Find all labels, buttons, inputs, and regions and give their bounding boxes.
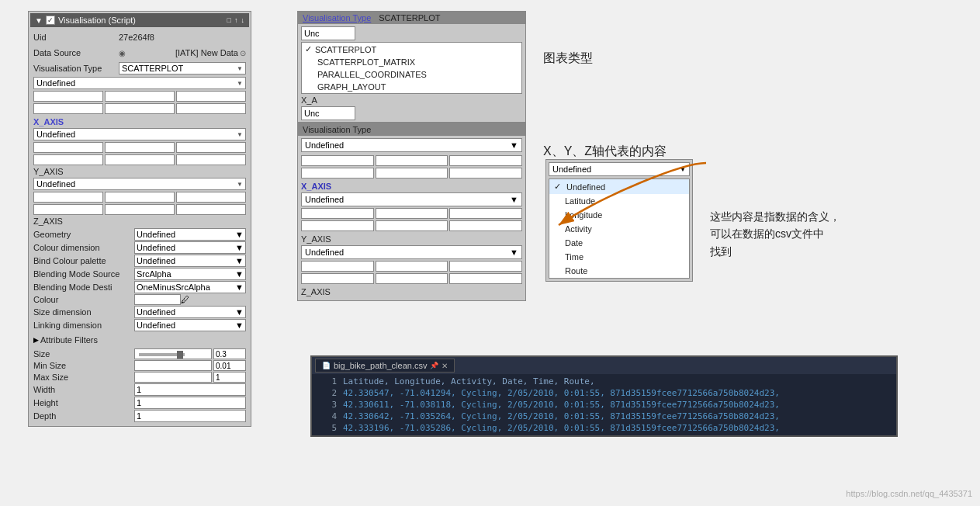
depth-input[interactable]: 1 [134, 410, 246, 422]
yslider-4[interactable] [33, 204, 103, 215]
xslider-5[interactable] [105, 154, 175, 165]
xslider-1[interactable] [33, 142, 103, 153]
mid-bottom-xaxis-sliders-2 [301, 220, 522, 231]
slider-6[interactable] [176, 103, 246, 114]
mb-xslider-3[interactable] [449, 208, 522, 219]
vistype-dropdown[interactable]: SCATTERPLOT ▼ [119, 62, 246, 75]
panel-checkbox[interactable]: ✓ [46, 16, 55, 25]
mb-slider-5[interactable] [376, 168, 448, 178]
geometry-dropdown[interactable]: Undefined ▼ [134, 228, 246, 241]
yslider-6[interactable] [176, 204, 246, 215]
right-dropdown-item-time[interactable]: Time [549, 250, 689, 264]
mid-bottom-xaxis-dropdown[interactable]: Undefined ▼ [301, 192, 522, 206]
mb-slider-4[interactable] [301, 168, 374, 178]
right-dropdown-item-route[interactable]: Route [549, 264, 689, 278]
bind-colour-dropdown[interactable]: Undefined ▼ [134, 255, 246, 267]
yslider-2[interactable] [105, 192, 175, 203]
yslider-3[interactable] [176, 192, 246, 203]
datasource-row: Data Source ◉ [IATK] New Data ⊙ [33, 46, 246, 60]
slider-5[interactable] [105, 103, 175, 114]
right-dropdown-item-undefined[interactable]: ✓ Undefined [549, 179, 689, 194]
mb-yslider-3[interactable] [449, 261, 522, 272]
mb-slider-6[interactable] [449, 168, 522, 178]
xslider-3[interactable] [176, 142, 246, 153]
mb-yslider-2[interactable] [376, 261, 448, 272]
minsize-slider[interactable] [134, 360, 212, 371]
mb-slider-3[interactable] [449, 155, 522, 166]
slider-3[interactable] [176, 91, 246, 102]
right-dropdown-item-activity[interactable]: Activity [549, 222, 689, 236]
xslider-2[interactable] [105, 142, 175, 153]
yslider-5[interactable] [105, 204, 175, 215]
menu-item-graph[interactable]: GRAPH_LAYOUT [302, 81, 521, 93]
slider-1[interactable] [33, 91, 103, 102]
mid-top-xaxis-box[interactable]: Unc [301, 106, 355, 120]
mb-xslider-2[interactable] [376, 208, 448, 219]
csv-tab[interactable]: 📄 big_bike_path_clean.csv 📌 ✕ [315, 359, 455, 373]
csv-close-icon[interactable]: ✕ [442, 362, 448, 370]
mb-yslider-1[interactable] [301, 261, 374, 272]
csv-pin-icon[interactable]: 📌 [430, 362, 438, 369]
right-dropdown-item-date[interactable]: Date [549, 236, 689, 250]
xaxis-dropdown[interactable]: Undefined ▼ [33, 128, 246, 140]
panel-icon-3[interactable]: ↓ [241, 16, 245, 24]
vis-type-tab[interactable]: Visualisation Type [303, 13, 371, 23]
colour-dim-dropdown[interactable]: Undefined ▼ [134, 241, 246, 254]
mid-bottom-undefined-dropdown[interactable]: Undefined ▼ [301, 138, 522, 152]
vistype-row: Visualisation Type SCATTERPLOT ▼ [33, 61, 246, 75]
panel-icon-1[interactable]: □ [227, 16, 231, 24]
blend-dst-dropdown[interactable]: OneMinusSrcAlpha ▼ [134, 281, 246, 293]
mid-bottom-title-bar: Visualisation Type [298, 123, 525, 136]
width-input[interactable]: 1 [134, 383, 246, 396]
link-dim-row: Linking dimension Undefined ▼ [33, 319, 246, 331]
attr-filters-triangle[interactable]: ▶ [33, 336, 39, 344]
yaxis-sliders-row-2 [33, 204, 246, 215]
xaxis-sliders-row-2 [33, 154, 246, 165]
size-slider-thumb[interactable] [177, 351, 183, 359]
menu-item-scatterplot-matrix[interactable]: SCATTERPLOT_MATRIX [302, 56, 521, 68]
colour-swatch[interactable] [134, 294, 181, 305]
mb-xslider-5[interactable] [376, 220, 448, 231]
mid-bottom-yaxis-dropdown[interactable]: Undefined ▼ [301, 245, 522, 259]
minsize-input[interactable]: 0.01 [213, 360, 246, 371]
undefined-box-1[interactable]: Undefined ▼ [33, 77, 246, 89]
right-dropdown-item-latitude[interactable]: Latitude [549, 194, 689, 208]
mb-slider-1[interactable] [301, 155, 374, 166]
yslider-1[interactable] [33, 192, 103, 203]
maxsize-input[interactable]: 1 [213, 372, 246, 383]
link-dim-dropdown[interactable]: Undefined ▼ [134, 319, 246, 331]
yaxis-dropdown[interactable]: Undefined ▼ [33, 178, 246, 190]
height-input[interactable]: 1 [134, 397, 246, 409]
mb-slider-2[interactable] [376, 155, 448, 166]
size-dim-dropdown[interactable]: Undefined ▼ [134, 306, 246, 318]
panel-icon-2[interactable]: ↑ [234, 16, 238, 24]
blend-src-dropdown[interactable]: SrcAlpha ▼ [134, 268, 246, 280]
slider-2[interactable] [105, 91, 175, 102]
panel-body: Uid 27e264f8 Data Source ◉ [IATK] New Da… [30, 29, 249, 425]
mb-yslider-5[interactable] [376, 273, 448, 284]
datasource-value: [IATK] New Data [175, 48, 238, 57]
size-slider[interactable] [134, 348, 212, 359]
mid-top-unc-box[interactable]: Unc [301, 26, 355, 40]
height-label: Height [33, 398, 134, 407]
mb-xslider-4[interactable] [301, 220, 374, 231]
menu-item-scatterplot[interactable]: ✓ SCATTERPLOT [302, 43, 521, 56]
axis-content-annotation: X、Y、Z轴代表的内容 [543, 144, 667, 160]
xslider-4[interactable] [33, 154, 103, 165]
right-dropdown-header[interactable]: Undefined ▼ [549, 162, 690, 176]
colour-picker-icon[interactable]: 🖊 [181, 295, 189, 304]
xslider-6[interactable] [176, 154, 246, 165]
mb-yslider-4[interactable] [301, 273, 374, 284]
slider-4[interactable] [33, 103, 103, 114]
blend-dst-label: Blending Mode Desti [33, 282, 134, 292]
mb-xslider-1[interactable] [301, 208, 374, 219]
menu-item-parallel[interactable]: PARALLEL_COORDINATES [302, 68, 521, 81]
size-input[interactable]: 0.3 [213, 348, 246, 359]
panel-expand-icon[interactable]: ▼ [35, 16, 43, 25]
right-dropdown-item-longitude[interactable]: Longitude [549, 208, 689, 222]
maxsize-slider[interactable] [134, 372, 212, 383]
mid-bottom-sliders-2 [301, 168, 522, 178]
mb-xslider-6[interactable] [449, 220, 522, 231]
datasource-extra-icon[interactable]: ⊙ [240, 49, 246, 57]
mb-yslider-6[interactable] [449, 273, 522, 284]
